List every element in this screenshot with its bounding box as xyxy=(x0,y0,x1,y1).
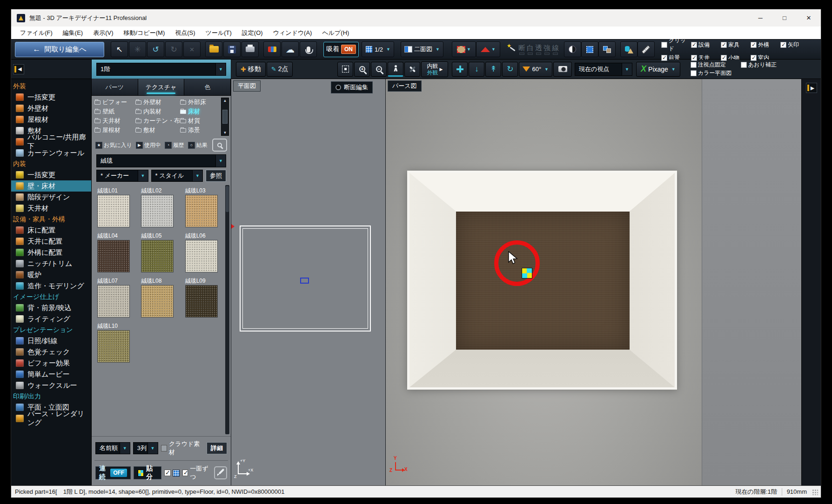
maker-select[interactable]: * メーカー ▼ xyxy=(96,170,148,182)
display-toggle-checkbox[interactable]: 外構 xyxy=(751,37,779,53)
undo-icon[interactable]: ↺ xyxy=(147,41,164,57)
sidebar-item[interactable]: 暖炉 xyxy=(11,269,91,280)
sidebar-item[interactable]: 床に配置 xyxy=(11,225,91,236)
walk-view-icon[interactable] xyxy=(388,62,403,77)
menu-item[interactable]: 編集(E) xyxy=(58,29,88,37)
category-item[interactable]: 材質 xyxy=(180,116,215,126)
pbd-cloud-icon[interactable] xyxy=(263,41,281,57)
texture-swatch[interactable]: 絨毯L09 xyxy=(185,277,221,318)
fit-view-icon[interactable] xyxy=(337,62,353,77)
select-area-button[interactable] xyxy=(581,41,598,57)
menu-item[interactable]: ウィンドウ(A) xyxy=(268,29,317,37)
sidebar-item[interactable]: パース・レンダリング xyxy=(11,413,91,424)
sort-order-select[interactable]: 名前順 ▼ xyxy=(95,442,130,454)
category-item[interactable]: 内装材 xyxy=(135,107,180,116)
sidebar-item[interactable]: 天井材 xyxy=(11,203,91,214)
view-toggle-checkbox[interactable]: あおり補正 xyxy=(741,61,791,69)
menu-item[interactable]: ファイル(F) xyxy=(15,29,58,37)
style-select[interactable]: * スタイル ▼ xyxy=(151,170,203,182)
menu-item[interactable]: ツール(T) xyxy=(201,29,237,37)
minimize-button[interactable]: ─ xyxy=(748,9,772,27)
sidebar-item[interactable]: 天井に配置 xyxy=(11,236,91,247)
filter-toggle[interactable]: ◔ 履歴 xyxy=(165,141,184,149)
view-toggle-checkbox[interactable]: カラー平面図 xyxy=(691,70,741,77)
save-icon[interactable] xyxy=(223,41,241,57)
catalog-tab[interactable]: 色 xyxy=(184,79,231,95)
columns-select[interactable]: 3列 ▼ xyxy=(133,442,158,454)
texture-swatch-thumbnail[interactable] xyxy=(141,195,174,227)
category-item[interactable]: ビフォー xyxy=(94,98,135,107)
continuous-apply-toggle[interactable]: 連続 OFF xyxy=(95,466,131,479)
catalog-tab[interactable]: テクスチャ xyxy=(138,79,185,95)
display-toggle-checkbox[interactable]: 家具 xyxy=(721,37,750,53)
texture-swatch[interactable]: 絨毯L03 xyxy=(185,187,221,227)
primitive-shapes-button[interactable] xyxy=(620,41,637,57)
orbit-down-icon[interactable]: ↓ xyxy=(469,62,484,77)
texture-swatch-thumbnail[interactable] xyxy=(185,240,218,272)
detail-button[interactable]: 詳細 xyxy=(207,442,227,454)
texture-swatch-thumbnail[interactable] xyxy=(97,330,130,363)
pan-view-icon[interactable] xyxy=(452,62,468,77)
display-toggle-checkbox[interactable]: 設備 xyxy=(691,37,720,53)
sidebar-item[interactable]: 一括変更 xyxy=(11,169,91,180)
section-line-toggle[interactable]: 白 xyxy=(526,44,534,55)
sidebar-item[interactable]: 一括変更 xyxy=(11,92,91,103)
section-line-toggle[interactable]: 断 xyxy=(518,44,526,55)
back-to-floorplan-button[interactable]: ← 間取り編集へ xyxy=(15,42,104,57)
texture-swatch-thumbnail[interactable] xyxy=(141,285,174,318)
category-item[interactable]: 床材 xyxy=(180,107,215,116)
category-item[interactable]: 外部床 xyxy=(180,98,215,107)
eyedropper-button[interactable] xyxy=(214,466,227,479)
texture-swatch[interactable]: 絨毯L06 xyxy=(185,232,221,272)
sidebar-item[interactable]: 壁・床材 xyxy=(11,180,91,192)
category-item[interactable]: 壁紙 xyxy=(94,107,135,116)
menu-item[interactable]: 表示(V) xyxy=(88,29,118,37)
menu-item[interactable]: 移動/コピー(M) xyxy=(119,29,170,37)
tools-icon[interactable] xyxy=(404,62,420,77)
rotate-view-icon[interactable]: ↻ xyxy=(502,62,518,77)
texture-swatch[interactable]: 絨毯L05 xyxy=(141,232,176,272)
sidebar-item[interactable]: ウォークスルー xyxy=(11,380,91,391)
lasso-select-icon[interactable]: ✳ xyxy=(129,41,146,57)
resize-grip[interactable] xyxy=(812,489,818,495)
menu-item[interactable]: 設定(O) xyxy=(237,29,268,37)
texture-swatch[interactable]: 絨毯L07 xyxy=(97,277,133,318)
grid-scale-button[interactable]: 1/2 ▼ xyxy=(362,41,394,57)
view-toggle-checkbox[interactable]: 注視点固定 xyxy=(691,61,741,69)
print-icon[interactable] xyxy=(242,41,259,57)
texture-swatch-thumbnail[interactable] xyxy=(97,195,130,227)
sidebar-item[interactable]: 日照/斜線 xyxy=(11,335,91,346)
multi-window-button[interactable] xyxy=(598,41,616,57)
close-button[interactable]: ✕ xyxy=(797,9,821,27)
zoom-in-icon[interactable]: + xyxy=(354,62,370,77)
brightness-button[interactable] xyxy=(564,41,581,57)
open-folder-icon[interactable] xyxy=(205,41,222,57)
carpet-floor[interactable] xyxy=(456,212,629,350)
delete-icon[interactable]: × xyxy=(183,41,201,57)
cloud-material-checkbox[interactable]: クラウド素材 xyxy=(161,440,204,457)
sidebar-item[interactable]: ライティング xyxy=(11,313,91,325)
display-toggle-checkbox[interactable]: 矢印 xyxy=(780,37,809,53)
sidebar-item[interactable]: 色覚チェック xyxy=(11,346,91,358)
swatch-scrollbar[interactable] xyxy=(225,185,229,434)
texture-swatch[interactable]: 絨毯L10 xyxy=(97,322,133,363)
redo-icon[interactable]: ↻ xyxy=(165,41,182,57)
texture-swatch-thumbnail[interactable] xyxy=(141,240,174,272)
one-face-checkbox[interactable]: 一面ずつ xyxy=(182,464,211,481)
scroll-down-icon[interactable]: ▼ xyxy=(223,131,227,135)
search-button[interactable] xyxy=(212,139,227,152)
filter-toggle[interactable]: ▶ 使用中 xyxy=(136,141,161,149)
texture-swatch[interactable]: 絨毯L08 xyxy=(141,277,176,318)
sidebar-item[interactable]: 造作・モデリング xyxy=(11,280,91,292)
sidebar-item[interactable]: 外構に配置 xyxy=(11,247,91,258)
texture-swatch-thumbnail[interactable] xyxy=(97,285,130,318)
select-cursor-icon[interactable]: ↖ xyxy=(111,41,128,57)
sidebar-item[interactable]: カーテンウォール xyxy=(11,147,91,159)
scroll-up-icon[interactable]: ▲ xyxy=(223,99,227,103)
category-item[interactable]: カーテン・布 xyxy=(135,116,180,126)
paste-split-button[interactable]: 貼分 xyxy=(134,466,161,479)
texture-swatch[interactable]: 絨毯L01 xyxy=(97,187,133,227)
category-item[interactable]: 敷材 xyxy=(135,126,180,135)
category-item[interactable]: 外壁材 xyxy=(135,98,180,107)
interior-exterior-toggle[interactable]: 内観 外観 ▶ xyxy=(421,61,448,77)
